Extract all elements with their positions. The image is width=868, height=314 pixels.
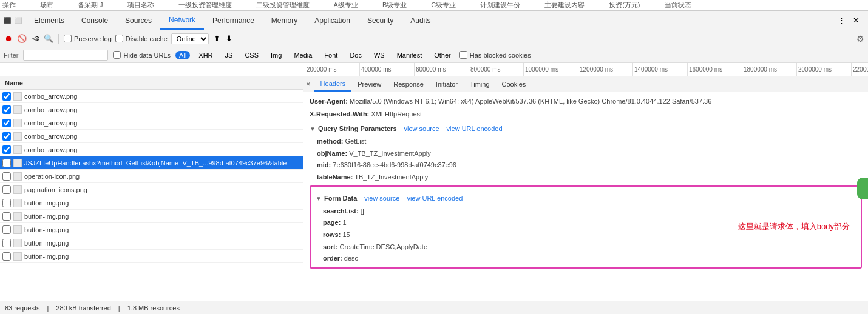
query-view-encoded[interactable]: view URL encoded [447, 123, 503, 135]
throttle-select[interactable]: Online [171, 33, 209, 44]
file-item-checkbox[interactable] [2, 185, 11, 194]
tab-console[interactable]: Console [73, 11, 117, 30]
filter-media[interactable]: Media [290, 50, 316, 60]
req-tab-preview[interactable]: Preview [351, 76, 387, 92]
qs-method: method: GetList [310, 136, 862, 147]
tab-security[interactable]: Security [359, 11, 402, 30]
file-item-checkbox[interactable] [2, 105, 11, 114]
list-item[interactable]: operation-icon.png [0, 170, 303, 183]
file-item-checkbox[interactable] [2, 239, 11, 247]
list-item[interactable]: pagination_icons.png [0, 183, 303, 196]
fd-searchlist: searchList: [] [316, 205, 856, 217]
devtools-dock-btn[interactable]: ⬜ [13, 16, 23, 25]
list-item[interactable]: JSJZLteUpHandler.ashx?method=GetList&obj… [0, 156, 303, 170]
annotation-area: ▼ Form Data view source view URL encoded… [310, 185, 862, 269]
list-item[interactable]: combo_arrow.png [0, 143, 303, 156]
preserve-log-label[interactable]: Preserve log [64, 35, 112, 42]
list-item[interactable]: combo_arrow.png [0, 90, 303, 103]
blocked-cookies-checkbox[interactable] [459, 51, 467, 59]
file-item-checkbox[interactable] [2, 172, 11, 181]
col-header-2: 场市 [40, 1, 53, 10]
hide-data-urls-label[interactable]: Hide data URLs [113, 51, 171, 59]
record-btn[interactable]: ⏺ [4, 34, 13, 44]
file-icon [13, 105, 22, 114]
disable-cache-label[interactable]: Disable cache [115, 35, 168, 42]
file-item-checkbox[interactable] [2, 92, 11, 101]
tab-application[interactable]: Application [306, 11, 359, 30]
file-item-checkbox[interactable] [2, 252, 11, 261]
settings-btn[interactable]: ⚙ [856, 34, 864, 44]
devtools-close-btn[interactable]: ✕ [851, 16, 861, 25]
x-requested-with-row: X-Requested-With: XMLHttpRequest [310, 109, 862, 120]
req-tab-response[interactable]: Response [387, 76, 430, 92]
mark-2: 600000 ms [414, 63, 469, 76]
filter-btn[interactable]: ⏿ [30, 34, 40, 44]
file-icon [13, 132, 22, 141]
form-view-encoded[interactable]: view URL encoded [407, 193, 463, 204]
filter-other[interactable]: Other [430, 50, 455, 60]
clear-btn[interactable]: 🚫 [17, 34, 27, 44]
file-item-checkbox[interactable] [2, 119, 11, 127]
list-item[interactable]: combo_arrow.png [0, 130, 303, 143]
filter-img[interactable]: Img [267, 50, 285, 60]
tab-network[interactable]: Network [160, 11, 204, 30]
file-name-text: button-img.png [24, 253, 300, 260]
list-item[interactable]: combo_arrow.png [0, 103, 303, 116]
list-item[interactable]: button-img.png [0, 223, 303, 236]
list-item[interactable]: combo_arrow.png [0, 116, 303, 130]
filter-font[interactable]: Font [320, 50, 341, 60]
file-icon [13, 252, 22, 261]
timeline-ruler: 200000 ms 400000 ms 600000 ms 800000 ms … [0, 63, 868, 76]
file-item-checkbox[interactable] [2, 132, 11, 141]
req-tab-initiator[interactable]: Initiator [430, 76, 464, 92]
list-item[interactable]: button-img.png [0, 196, 303, 210]
all-filter-btn[interactable]: All [175, 51, 190, 59]
request-panel-close-btn[interactable]: × [306, 79, 311, 89]
list-item[interactable]: button-img.png [0, 236, 303, 250]
filter-js[interactable]: JS [222, 50, 237, 60]
form-data-title: Form Data [324, 193, 357, 204]
import-btn[interactable]: ⬆ [212, 34, 222, 44]
file-item-checkbox[interactable] [2, 225, 11, 234]
req-tab-cookies[interactable]: Cookies [496, 76, 532, 92]
request-tabs: × Headers Preview Response Initiator Tim… [303, 76, 868, 92]
tab-performance[interactable]: Performance [204, 11, 263, 30]
preserve-log-checkbox[interactable] [64, 35, 72, 42]
disable-cache-checkbox[interactable] [115, 35, 123, 42]
tab-audits[interactable]: Audits [402, 11, 439, 30]
req-tab-headers[interactable]: Headers [314, 76, 352, 92]
search-btn[interactable]: 🔍 [44, 34, 53, 44]
list-item[interactable]: button-img.png [0, 250, 303, 263]
x-requested-val: XMLHttpRequest [371, 110, 422, 118]
file-item-checkbox[interactable] [2, 145, 11, 154]
blocked-cookies-label[interactable]: Has blocked cookies [459, 51, 531, 59]
mark-4: 1000000 ms [523, 63, 578, 76]
fd-sort: sort: CreateTime DESC,ApplyDate [316, 241, 856, 253]
file-list-body[interactable]: combo_arrow.pngcombo_arrow.pngcombo_arro… [0, 90, 303, 301]
filter-doc[interactable]: Doc [346, 50, 365, 60]
filter-manifest[interactable]: Manifest [393, 50, 426, 60]
tab-memory[interactable]: Memory [263, 11, 306, 30]
hide-data-urls-checkbox[interactable] [113, 51, 121, 59]
query-view-source[interactable]: view source [404, 123, 439, 135]
filter-xhr[interactable]: XHR [195, 50, 216, 60]
query-string-title: Query String Parameters [318, 123, 397, 135]
export-btn[interactable]: ⬇ [225, 34, 234, 44]
list-item[interactable]: button-img.png [0, 210, 303, 223]
filter-ws[interactable]: WS [370, 50, 388, 60]
tab-elements[interactable]: Elements [25, 11, 73, 30]
green-circle-indicator [857, 178, 868, 199]
tab-sources[interactable]: Sources [117, 11, 160, 30]
devtools-toggle-btn[interactable]: ⬛ [2, 16, 12, 25]
filter-css[interactable]: CSS [241, 50, 262, 60]
file-item-checkbox[interactable] [2, 159, 11, 167]
req-tab-timing[interactable]: Timing [464, 76, 496, 92]
form-view-source[interactable]: view source [364, 193, 399, 204]
file-item-checkbox[interactable] [2, 199, 11, 207]
file-name-text: button-img.png [24, 226, 300, 233]
devtools-tab-bar: ⬛ ⬜ Elements Console Sources Network Per… [0, 11, 868, 30]
file-item-checkbox[interactable] [2, 212, 11, 221]
col-header-3: 备采期 J [78, 1, 103, 10]
filter-input[interactable] [23, 50, 108, 61]
devtools-more-btn[interactable]: ⋮ [836, 16, 846, 25]
